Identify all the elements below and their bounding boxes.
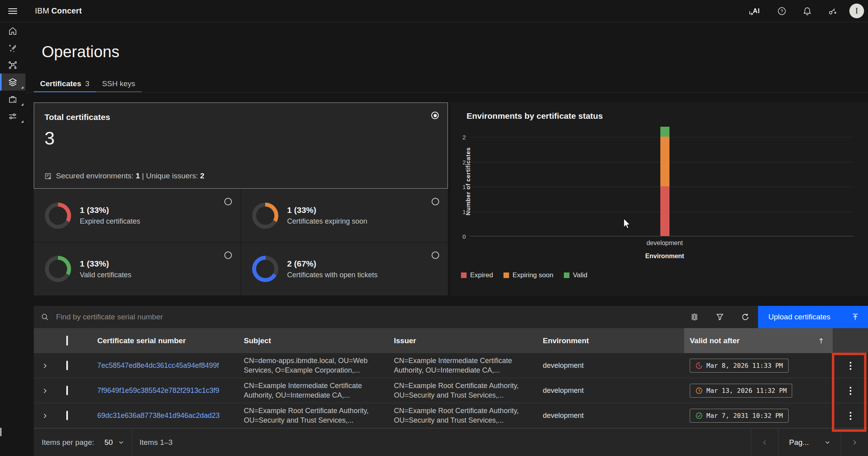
row-checkbox[interactable] — [66, 386, 68, 395]
status-icon — [695, 362, 703, 369]
row-checkbox[interactable] — [66, 411, 68, 420]
legend-item[interactable]: Expired — [461, 271, 493, 279]
tab-label: Certificates — [40, 79, 81, 88]
upload-icon — [851, 313, 859, 321]
status-icon — [695, 412, 703, 419]
next-page-button[interactable] — [841, 429, 868, 456]
radio-button-icon[interactable] — [224, 251, 232, 259]
tab-ssh-keys[interactable]: SSH keys — [96, 75, 141, 93]
sidebar-item-automation[interactable] — [0, 39, 25, 56]
radio-button-checked-icon[interactable] — [431, 112, 439, 119]
radio-button-icon[interactable] — [432, 251, 439, 259]
row-overflow-menu-button[interactable] — [846, 383, 855, 399]
stat-card[interactable]: 1 (33%) Expired certificates — [34, 189, 241, 242]
chevron-left-icon — [762, 439, 768, 446]
access-key-icon[interactable] — [822, 0, 844, 22]
stat-card[interactable]: 1 (33%) Valid certificates — [34, 243, 241, 296]
table-row: 7f9649f1e59c385542e782f2913c1c3f9 CN=Exa… — [34, 378, 868, 403]
help-icon[interactable]: ? — [771, 0, 793, 22]
environment-cell: development — [537, 361, 684, 370]
user-avatar[interactable]: I — [849, 4, 864, 18]
certificate-serial-link[interactable]: 69dc31e636a87738e41d946ac2dad23 — [86, 412, 238, 420]
tab-count: 3 — [85, 79, 90, 88]
chevron-right-icon — [42, 413, 48, 419]
total-certificates-value: 3 — [44, 128, 437, 149]
search-input[interactable] — [56, 306, 682, 328]
column-settings-icon[interactable] — [682, 306, 707, 328]
stat-label: Certificates expiring soon — [287, 217, 367, 226]
legend-item[interactable]: Expiring soon — [503, 271, 554, 279]
column-header-serial[interactable]: Certificate serial number — [86, 336, 238, 345]
select-all-checkbox[interactable] — [66, 336, 68, 346]
stat-card[interactable]: 2 (67%) Certificates with open tickets — [241, 243, 448, 296]
sidebar-item-home[interactable] — [0, 22, 25, 39]
table-body: 7ec58547ed8e4dc361cc45a94ef8499f CN=demo… — [34, 353, 868, 428]
app-brand: IBMConcert — [35, 6, 82, 15]
stat-card[interactable]: 1 (33%) Certificates expiring soon — [241, 189, 448, 242]
stat-value: 1 (33%) — [287, 205, 367, 215]
column-header-valid-not-after[interactable]: Valid not after — [684, 328, 833, 353]
chart-plot: 01122 — [470, 127, 854, 236]
table-header-row: Certificate serial number Subject Issuer… — [34, 328, 868, 353]
column-header-environment[interactable]: Environment — [537, 336, 684, 345]
ai-assistant-icon[interactable]: AI — [745, 0, 768, 22]
page-title: Operations — [42, 43, 120, 61]
previous-page-button[interactable] — [751, 429, 778, 456]
donut-chart — [252, 203, 278, 229]
stat-value: 1 (33%) — [80, 205, 140, 215]
sidebar-item-toolbox[interactable] — [0, 91, 25, 108]
card-title: Total certificates — [44, 112, 437, 122]
issuer-cell: CN=Example Root Certificate Authority, O… — [388, 381, 537, 400]
items-per-page-label: Items per page: — [34, 438, 94, 447]
toolbox-icon — [8, 95, 17, 104]
radio-button-icon[interactable] — [224, 198, 232, 205]
tab-certificates[interactable]: Certificates 3 — [34, 75, 96, 93]
column-header-issuer[interactable]: Issuer — [388, 336, 537, 345]
notifications-icon[interactable] — [796, 0, 818, 22]
sidebar-item-operations[interactable] — [0, 73, 25, 91]
top-header: IBMConcert AI ? I — [0, 0, 868, 22]
row-overflow-menu-button[interactable] — [846, 358, 855, 374]
page-size-select[interactable]: 50 — [94, 429, 132, 456]
row-expand-button[interactable] — [34, 388, 56, 394]
environment-cell: development — [537, 386, 684, 395]
chevron-right-icon — [42, 363, 48, 369]
row-checkbox[interactable] — [66, 361, 68, 370]
items-range-label: Items 1–3 — [132, 438, 172, 447]
valid-not-after-tag: Mar 8, 2026 11:33 PM — [690, 359, 789, 373]
column-header-subject[interactable]: Subject — [238, 336, 388, 345]
sort-ascending-icon — [818, 337, 825, 344]
donut-chart — [45, 203, 71, 229]
menu-icon[interactable] — [0, 0, 25, 22]
sidebar-item-settings[interactable] — [0, 108, 25, 125]
search-icon — [34, 313, 56, 321]
donut-chart — [45, 256, 71, 282]
card-footer: Secured environments: 1 | Unique issuers… — [44, 172, 204, 180]
tab-label: SSH keys — [102, 79, 135, 88]
page-number-select[interactable]: Pag... — [779, 429, 841, 456]
environment-cell: development — [537, 412, 684, 420]
legend-item[interactable]: Valid — [564, 271, 588, 279]
radio-button-icon[interactable] — [432, 198, 439, 205]
certificate-serial-link[interactable]: 7ec58547ed8e4dc361cc45a94ef8499f — [86, 361, 238, 370]
row-overflow-menu-button[interactable] — [846, 408, 855, 424]
sidebar-item-topology[interactable] — [0, 56, 25, 73]
stat-card-grid: 1 (33%) Expired certificates 1 (33%) Cer… — [34, 189, 448, 296]
status-icon — [695, 387, 703, 394]
chevron-down-icon — [118, 440, 124, 445]
stat-label: Expired certificates — [80, 217, 140, 226]
subject-cell: CN=Example Root Certificate Authority, O… — [238, 406, 388, 425]
total-certificates-card[interactable]: Total certificates 3 Secured environment… — [34, 102, 448, 189]
row-expand-button[interactable] — [34, 413, 56, 419]
certificate-serial-link[interactable]: 7f9649f1e59c385542e782f2913c1c3f9 — [86, 386, 238, 395]
filter-icon[interactable] — [707, 306, 733, 328]
stat-value: 1 (33%) — [80, 259, 131, 269]
refresh-icon[interactable] — [733, 306, 758, 328]
chart-title: Environments by certificate status — [467, 111, 603, 121]
subject-cell: CN=Example Intermediate Certificate Auth… — [238, 381, 388, 400]
scrollbar-thumb[interactable] — [0, 428, 2, 436]
row-expand-button[interactable] — [34, 363, 56, 369]
x-axis-label: Environment — [645, 253, 684, 260]
upload-certificates-button[interactable]: Upload certificates — [758, 306, 868, 328]
valid-not-after-tag: Mar 13, 2026 11:32 PM — [690, 384, 792, 398]
